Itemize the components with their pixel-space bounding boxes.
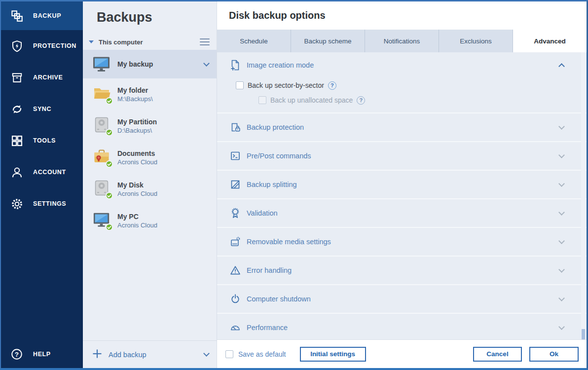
backup-name: My folder: [117, 86, 153, 95]
sidebar-item-label: TOOLS: [33, 137, 56, 144]
tab-advanced[interactable]: Advanced: [513, 30, 587, 52]
sidebar-item-archive[interactable]: ARCHIVE: [1, 62, 83, 93]
vertical-scrollbar[interactable]: [581, 52, 586, 339]
drive-gear-icon: [229, 236, 242, 248]
section-header-image-creation-mode[interactable]: Image creation mode: [217, 52, 587, 78]
backup-item-my-backup[interactable]: My backup: [83, 50, 217, 78]
page-title: Disk backup options: [229, 10, 326, 21]
advanced-options-list: Image creation mode Back up sector-by-se…: [217, 52, 587, 339]
add-backup-label: Add backup: [109, 351, 204, 359]
section-label: Performance: [247, 324, 559, 332]
page-plus-icon: [229, 59, 242, 71]
sidebar-item-label: ACCOUNT: [33, 169, 66, 176]
tab-notifications[interactable]: Notifications: [365, 30, 439, 52]
archive-icon: [9, 70, 24, 85]
section-header-computer-shutdown[interactable]: Computer shutdown: [217, 284, 587, 313]
power-icon: [229, 293, 242, 305]
chevron-down-icon[interactable]: [558, 152, 565, 158]
status-ok-icon: [106, 129, 113, 136]
sidebar-item-settings[interactable]: SETTINGS: [1, 188, 83, 220]
unallocated-space-checkbox[interactable]: [258, 96, 266, 104]
help-question-icon[interactable]: ?: [328, 81, 336, 90]
chevron-down-icon[interactable]: [558, 324, 565, 330]
section-header-validation[interactable]: Validation: [217, 198, 587, 227]
initial-settings-button[interactable]: Initial settings: [300, 347, 366, 362]
help-icon: ?: [9, 347, 24, 362]
section-label: Error handling: [247, 266, 559, 274]
backups-panel: Backups This computer My backup: [83, 1, 217, 368]
plus-icon: [92, 348, 103, 361]
account-icon: [9, 165, 24, 180]
options-footer: Save as default Initial settings Cancel …: [217, 339, 587, 368]
sidebar-item-help[interactable]: ? HELP: [1, 340, 83, 368]
warning-triangle-icon: [229, 264, 242, 276]
chevron-down-icon[interactable]: [203, 350, 210, 357]
backup-group-this-computer[interactable]: This computer: [83, 34, 217, 50]
chevron-down-icon[interactable]: [558, 181, 565, 187]
sidebar-item-backup[interactable]: BACKUP: [1, 1, 83, 30]
sidebar-item-label: HELP: [33, 351, 51, 358]
gauge-icon: [229, 322, 242, 333]
main-area: Disk backup options Schedule Backup sche…: [217, 1, 587, 368]
save-as-default-checkbox[interactable]: [225, 350, 233, 358]
backup-name: My PC: [117, 212, 157, 221]
section-header-error-handling[interactable]: Error handling: [217, 256, 587, 284]
options-tabbar: Schedule Backup scheme Notifications Exc…: [217, 30, 587, 52]
backup-location: Acronis Cloud: [117, 221, 157, 229]
page-lock-icon: [229, 121, 242, 133]
backup-item-my-pc[interactable]: My PC Acronis Cloud: [83, 205, 217, 236]
backup-name: My Partition: [117, 117, 157, 126]
section-header-backup-protection[interactable]: Backup protection: [217, 112, 587, 141]
sidebar-item-label: SYNC: [33, 106, 51, 112]
chevron-down-icon[interactable]: [558, 123, 565, 130]
backup-item-documents[interactable]: Documents Acronis Cloud: [83, 142, 217, 173]
tab-exclusions[interactable]: Exclusions: [439, 30, 513, 52]
backup-icon: [9, 8, 24, 23]
settings-icon: [9, 196, 24, 211]
status-ok-icon: [106, 97, 113, 105]
sidebar-item-account[interactable]: ACCOUNT: [1, 156, 83, 188]
help-question-icon[interactable]: ?: [357, 96, 365, 105]
checkbox-label: Back up unallocated space: [270, 96, 353, 104]
chevron-up-icon[interactable]: [558, 63, 565, 70]
chevron-down-icon[interactable]: [558, 295, 565, 301]
backup-item-my-disk[interactable]: My Disk Acronis Cloud: [83, 173, 217, 205]
add-backup-button[interactable]: Add backup: [83, 340, 217, 368]
collapse-triangle-icon[interactable]: [89, 40, 94, 43]
scrollbar-thumb[interactable]: [582, 329, 585, 339]
section-header-performance[interactable]: Performance: [217, 313, 587, 339]
backup-item-my-partition[interactable]: My Partition D:\Backups\: [83, 110, 217, 142]
section-header-backup-splitting[interactable]: Backup splitting: [217, 170, 587, 198]
tab-backup-scheme[interactable]: Backup scheme: [291, 30, 365, 52]
section-label: Backup splitting: [247, 181, 559, 188]
computer-icon: [92, 55, 111, 74]
backup-location: Acronis Cloud: [117, 189, 157, 198]
menu-icon[interactable]: [200, 38, 210, 45]
cancel-button[interactable]: Cancel: [473, 347, 522, 362]
group-label: This computer: [99, 38, 200, 46]
sidebar: BACKUP PROTECTION ARCHIVE: [1, 1, 83, 368]
chevron-down-icon[interactable]: [558, 238, 565, 244]
section-header-removable-media-settings[interactable]: Removable media settings: [217, 227, 587, 256]
sidebar-item-sync[interactable]: SYNC: [1, 93, 83, 125]
option-unallocated-space: Back up unallocated space ?: [217, 93, 587, 108]
sidebar-item-protection[interactable]: PROTECTION: [1, 30, 83, 62]
section-header-pre-post-commands[interactable]: Pre/Post commands: [217, 141, 587, 170]
section-label: Computer shutdown: [247, 295, 559, 303]
tab-schedule[interactable]: Schedule: [217, 30, 291, 52]
sidebar-item-tools[interactable]: TOOLS: [1, 125, 83, 156]
sidebar-spacer: [1, 220, 83, 340]
backup-item-my-folder[interactable]: My folder M:\Backups\: [83, 78, 217, 110]
svg-text:?: ?: [15, 351, 19, 358]
section-label: Validation: [247, 209, 559, 217]
chevron-down-icon[interactable]: [558, 266, 565, 273]
status-ok-icon: [106, 223, 113, 231]
sidebar-item-label: SETTINGS: [33, 200, 66, 207]
backup-name: My backup: [117, 60, 204, 68]
ok-button[interactable]: Ok: [529, 347, 579, 362]
sector-by-sector-checkbox[interactable]: [236, 81, 244, 89]
chevron-down-icon[interactable]: [558, 209, 565, 216]
sidebar-item-label: ARCHIVE: [33, 74, 63, 81]
chevron-down-icon[interactable]: [203, 60, 210, 67]
save-as-default-label: Save as default: [238, 350, 286, 358]
